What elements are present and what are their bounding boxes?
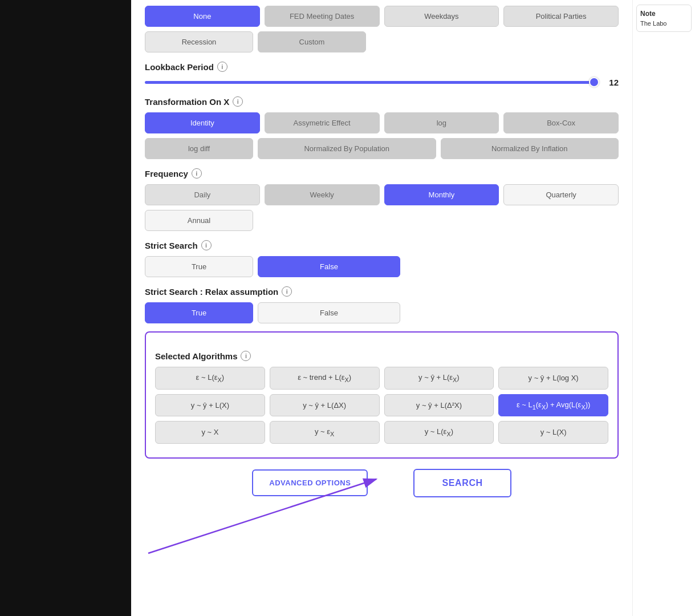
note-title: Note — [640, 10, 688, 18]
algo-row1: ε ~ L(εX) ε ~ trend + L(εX) y ~ ŷ + L(εX… — [155, 367, 608, 390]
strict-search-label: Strict Search i — [145, 240, 619, 250]
frequency-label: Frequency i — [145, 168, 619, 179]
btn-recession[interactable]: Recession — [145, 31, 253, 52]
btn-boxcox[interactable]: Box-Cox — [503, 112, 619, 133]
transformation-group-row2: log diff Normalized By Population Normal… — [145, 138, 619, 159]
btn-alg6[interactable]: y ~ ŷ + L(ΔX) — [270, 394, 380, 417]
frequency-info-icon[interactable]: i — [192, 168, 202, 179]
btn-norminfl[interactable]: Normalized By Inflation — [441, 138, 619, 159]
btn-alg10[interactable]: y ~ εX — [270, 421, 380, 444]
btn-strict-true[interactable]: True — [145, 256, 253, 277]
note-box: Note The Labo — [636, 5, 692, 32]
left-panel — [0, 0, 131, 616]
btn-monthly[interactable]: Monthly — [384, 184, 499, 205]
btn-log[interactable]: log — [384, 112, 499, 133]
btn-strict-false[interactable]: False — [258, 256, 400, 277]
bottom-actions: ADVANCED OPTIONS SEARCH — [145, 469, 619, 497]
btn-alg8[interactable]: ε ~ L1(εX) + Avg(L(εX)) — [498, 394, 608, 417]
btn-fed[interactable]: FED Meeting Dates — [265, 6, 380, 27]
btn-political[interactable]: Political Parties — [503, 6, 619, 27]
btn-relax-false[interactable]: False — [258, 302, 400, 323]
btn-weekdays[interactable]: Weekdays — [384, 6, 499, 27]
slider-row: 12 — [145, 78, 619, 87]
transformation-label: Transformation On X i — [145, 96, 619, 107]
btn-identity[interactable]: Identity — [145, 112, 260, 133]
algorithms-box: Selected Algorithms i ε ~ L(εX) ε ~ tren… — [145, 331, 619, 459]
search-button[interactable]: SEARCH — [413, 469, 511, 497]
btn-custom[interactable]: Custom — [258, 31, 366, 52]
slider-thumb[interactable] — [589, 77, 599, 87]
algo-row3: y ~ X y ~ εX y ~ L(εX) y ~ L(X) — [155, 421, 608, 444]
frequency-group-row1: Daily Weekly Monthly Quarterly — [145, 184, 619, 205]
btn-logdiff[interactable]: log diff — [145, 138, 253, 159]
highlight-group-row1: None FED Meeting Dates Weekdays Politica… — [145, 6, 619, 27]
btn-relax-true[interactable]: True — [145, 302, 253, 323]
btn-alg2[interactable]: ε ~ trend + L(εX) — [270, 367, 380, 390]
btn-alg9[interactable]: y ~ X — [155, 421, 265, 444]
strict-search-info-icon[interactable]: i — [201, 240, 212, 250]
strict-relax-label: Strict Search : Relax assumption i — [145, 286, 619, 297]
btn-alg1[interactable]: ε ~ L(εX) — [155, 367, 265, 390]
arrow-annotation — [131, 445, 405, 570]
algorithms-label: Selected Algorithms i — [155, 351, 608, 361]
transformation-info-icon[interactable]: i — [233, 96, 243, 107]
advanced-options-button[interactable]: ADVANCED OPTIONS — [252, 469, 368, 496]
btn-alg12[interactable]: y ~ L(X) — [498, 421, 608, 444]
strict-search-group: True False — [145, 256, 619, 277]
slider-value: 12 — [605, 78, 619, 87]
btn-alg11[interactable]: y ~ L(εX) — [384, 421, 494, 444]
lookback-label: Lookback Period i — [145, 62, 619, 72]
slider-track[interactable] — [145, 81, 598, 84]
note-text: The Labo — [640, 20, 688, 27]
btn-quarterly[interactable]: Quarterly — [503, 184, 619, 205]
btn-alg7[interactable]: y ~ ŷ + L(Δ²X) — [384, 394, 494, 417]
btn-alg5[interactable]: y ~ ŷ + L(X) — [155, 394, 265, 417]
highlight-group-row2: Recession Custom — [145, 31, 619, 52]
algo-row2: y ~ ŷ + L(X) y ~ ŷ + L(ΔX) y ~ ŷ + L(Δ²X… — [155, 394, 608, 417]
frequency-group-row2: Annual — [145, 210, 619, 231]
btn-none[interactable]: None — [145, 6, 260, 27]
btn-annual[interactable]: Annual — [145, 210, 253, 231]
btn-normpop[interactable]: Normalized By Population — [258, 138, 436, 159]
algorithms-info-icon[interactable]: i — [241, 351, 251, 361]
transformation-group-row1: Identity Assymetric Effect log Box-Cox — [145, 112, 619, 133]
btn-alg3[interactable]: y ~ ŷ + L(εX) — [384, 367, 494, 390]
right-panel: Note The Labo — [632, 0, 695, 616]
btn-alg4[interactable]: y ~ ŷ + L(log X) — [498, 367, 608, 390]
lookback-info-icon[interactable]: i — [217, 62, 227, 72]
main-content: None FED Meeting Dates Weekdays Politica… — [131, 0, 632, 616]
btn-weekly[interactable]: Weekly — [265, 184, 380, 205]
strict-relax-info-icon[interactable]: i — [282, 286, 292, 297]
strict-relax-group: True False — [145, 302, 619, 323]
btn-assymetric[interactable]: Assymetric Effect — [265, 112, 380, 133]
btn-daily[interactable]: Daily — [145, 184, 260, 205]
